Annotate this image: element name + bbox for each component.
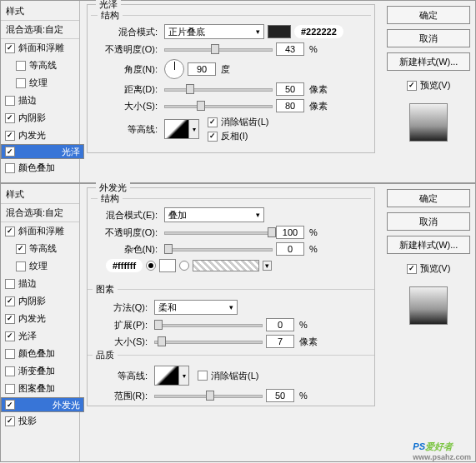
style-checkbox[interactable] [5,384,15,394]
opacity-slider[interactable] [164,43,273,55]
angle-dial[interactable] [164,59,184,79]
sidebar-item[interactable]: 等高线 [1,240,79,257]
spread-input[interactable]: 0 [266,318,294,331]
blend-options[interactable]: 混合选项:自定 [1,204,79,222]
sidebar-item[interactable]: 内发光 [1,127,79,144]
style-checkbox[interactable] [5,416,15,426]
distance-slider[interactable] [164,83,273,95]
opacity-input[interactable]: 100 [276,226,304,239]
sidebar-item[interactable]: 投影 [1,412,79,430]
new-style-button[interactable]: 新建样式(W)... [387,236,470,254]
right-buttons: 确定 取消 新建样式(W)... 预览(V) [382,1,475,182]
color-swatch[interactable] [268,25,291,38]
size-slider[interactable] [164,100,273,112]
noise-input[interactable]: 0 [276,242,304,256]
sidebar-item[interactable]: 内发光 [1,310,79,327]
style-checkbox[interactable] [5,163,15,173]
style-checkbox[interactable] [5,227,15,236]
angle-input[interactable]: 90 [188,62,216,76]
distance-input[interactable]: 50 [276,82,304,96]
preview-checkbox[interactable] [407,264,417,274]
invert-checkbox[interactable] [208,132,218,142]
style-checkbox[interactable] [5,296,15,306]
blend-mode-label: 混合模式: [98,26,161,38]
color-radio[interactable] [146,261,156,271]
sidebar-item[interactable]: 外发光 [1,397,84,412]
main-panel: 光泽 结构 混合模式: 正片叠底▾ #222222 不透明度(O): 43 % [80,1,382,182]
style-checkbox[interactable] [5,147,15,157]
sidebar-item[interactable]: 渐变叠加 [1,362,79,380]
style-checkbox[interactable] [16,61,26,71]
cancel-button[interactable]: 取消 [387,212,470,231]
sidebar-item-label: 纹理 [29,260,48,272]
sidebar-item-label: 光泽 [18,330,37,342]
angle-label: 角度(N): [98,63,161,76]
sidebar-item[interactable]: 描边 [1,275,79,292]
range-slider[interactable] [154,390,263,401]
noise-slider[interactable] [164,243,273,255]
contour-picker[interactable] [164,119,189,139]
ok-button[interactable]: 确定 [387,6,470,24]
style-checkbox[interactable] [16,244,26,254]
opacity-slider[interactable] [164,227,273,238]
style-checkbox[interactable] [5,366,15,376]
style-checkbox[interactable] [5,314,15,324]
style-checkbox[interactable] [5,400,15,410]
style-checkbox[interactable] [5,131,15,141]
sidebar-item[interactable]: 图案叠加 [1,380,79,397]
style-checkbox[interactable] [5,331,15,341]
blend-options[interactable]: 混合选项:自定 [1,21,79,39]
size-input[interactable]: 7 [266,335,294,348]
sidebar-item[interactable]: 等高线 [1,57,79,74]
style-checkbox[interactable] [5,113,15,123]
sidebar-item-label: 内阴影 [18,295,46,307]
range-input[interactable]: 50 [266,389,294,402]
sidebar-item[interactable]: 斜面和浮雕 [1,39,79,57]
spread-slider[interactable] [154,319,263,331]
chevron-down-icon[interactable]: ▾ [263,261,272,271]
sidebar-item[interactable]: 光泽 [1,327,79,345]
antialias-checkbox[interactable] [198,371,208,381]
new-style-button[interactable]: 新建样式(W)... [387,52,470,71]
preview-checkbox[interactable] [407,81,417,91]
contour-label: 等高线: [88,370,151,382]
sidebar-head: 样式 [1,186,79,204]
blend-mode-select[interactable]: 正片叠底▾ [164,24,264,39]
contour-picker[interactable] [154,366,179,386]
cancel-button[interactable]: 取消 [387,29,470,47]
watermark: PS爱好者 www.psahz.com [413,438,471,461]
technique-select[interactable]: 柔和▾ [154,300,238,315]
sidebar-item[interactable]: 斜面和浮雕 [1,222,79,240]
sidebar-item-label: 描边 [18,94,37,107]
sidebar-item-label: 斜面和浮雕 [18,225,64,237]
sidebar-item-label: 外发光 [53,399,80,411]
preview-swatch [409,103,448,142]
contour-dropdown[interactable]: ▾ [189,119,199,139]
style-checkbox[interactable] [5,279,15,289]
ok-button[interactable]: 确定 [387,189,470,207]
style-checkbox[interactable] [16,78,26,88]
sidebar-item[interactable]: 描边 [1,92,79,109]
sidebar-item[interactable]: 内阴影 [1,109,79,127]
sidebar-item[interactable]: 颜色叠加 [1,345,79,362]
sidebar-item[interactable]: 颜色叠加 [1,159,79,177]
style-checkbox[interactable] [16,261,26,271]
antialias-checkbox[interactable] [208,117,218,127]
size-input[interactable]: 80 [276,99,304,112]
style-checkbox[interactable] [5,349,15,359]
sidebar-item[interactable]: 纹理 [1,74,79,92]
color-swatch[interactable] [159,259,176,272]
gradient-radio[interactable] [179,261,189,271]
sidebar-item-label: 等高线 [29,59,57,72]
noise-label: 杂色(N): [98,243,161,256]
opacity-input[interactable]: 43 [276,42,304,56]
blend-mode-select[interactable]: 叠加▾ [164,207,264,222]
contour-dropdown[interactable]: ▾ [179,366,189,386]
style-checkbox[interactable] [5,96,15,106]
size-slider[interactable] [154,336,263,347]
style-checkbox[interactable] [5,43,15,53]
sidebar-item[interactable]: 内阴影 [1,292,79,310]
gradient-picker[interactable] [193,260,259,271]
sidebar-item[interactable]: 纹理 [1,257,79,275]
sidebar-item[interactable]: 光泽 [1,144,84,159]
